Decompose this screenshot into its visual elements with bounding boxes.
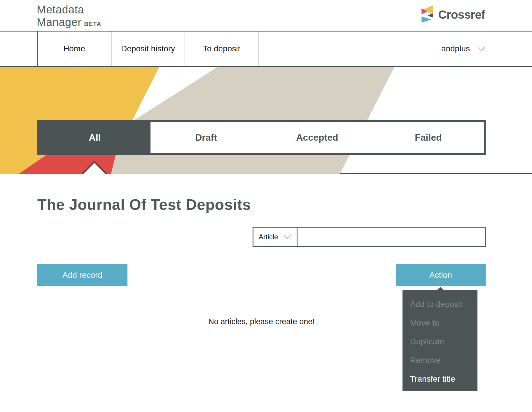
status-tabbar: All Draft Accepted Failed bbox=[37, 120, 486, 155]
tab-draft[interactable]: Draft bbox=[150, 122, 262, 153]
menu-item-transfer-title[interactable]: Transfer title bbox=[402, 370, 477, 388]
add-record-button[interactable]: Add record bbox=[37, 264, 127, 286]
tab-all[interactable]: All bbox=[39, 122, 150, 153]
page-title: The Journal Of Test Deposits bbox=[37, 174, 486, 213]
nav-item-deposit-history[interactable]: Deposit history bbox=[111, 32, 185, 66]
nav-item-to-deposit[interactable]: To deposit bbox=[185, 32, 258, 66]
search-row: Article bbox=[37, 227, 486, 247]
account-menu[interactable]: andplus bbox=[441, 32, 485, 66]
menu-item-duplicate: Duplicate bbox=[402, 332, 477, 351]
app-logo-line2: Manager bbox=[37, 16, 81, 29]
tab-accepted[interactable]: Accepted bbox=[262, 122, 373, 153]
record-type-select[interactable]: Article bbox=[253, 228, 298, 246]
app-logo[interactable]: Metadata Manager BETA bbox=[37, 4, 101, 30]
crossref-logo[interactable]: Crossref bbox=[421, 5, 485, 25]
beta-badge: BETA bbox=[84, 18, 101, 30]
chevron-down-icon bbox=[477, 44, 485, 53]
main-navbar: Home Deposit history To deposit andplus bbox=[0, 31, 532, 67]
crossref-logomark-icon bbox=[421, 5, 434, 25]
hero-banner: All Draft Accepted Failed bbox=[0, 67, 532, 174]
search-box: Article bbox=[253, 227, 486, 247]
search-input[interactable] bbox=[298, 228, 485, 246]
nav-spacer bbox=[0, 32, 37, 66]
account-name: andplus bbox=[441, 44, 470, 53]
chevron-down-icon bbox=[284, 233, 291, 241]
action-menu-caret-icon bbox=[436, 287, 444, 291]
tab-failed[interactable]: Failed bbox=[373, 122, 484, 153]
menu-item-remove: Remove bbox=[402, 351, 477, 370]
crossref-wordmark: Crossref bbox=[438, 8, 485, 21]
action-button[interactable]: Action bbox=[396, 264, 486, 286]
app-header: Metadata Manager BETA Crossref bbox=[0, 0, 532, 31]
actions-row: Add record Action bbox=[37, 264, 486, 286]
active-tab-pointer bbox=[81, 160, 107, 174]
menu-item-move-to: Move to bbox=[402, 314, 477, 332]
menu-item-add-to-deposit: Add to deposit bbox=[402, 295, 477, 314]
record-type-selected: Article bbox=[259, 233, 278, 241]
app-logo-line1: Metadata bbox=[37, 4, 101, 16]
action-dropdown-menu: Add to deposit Move to Duplicate Remove … bbox=[402, 290, 477, 391]
nav-item-home[interactable]: Home bbox=[37, 32, 111, 66]
